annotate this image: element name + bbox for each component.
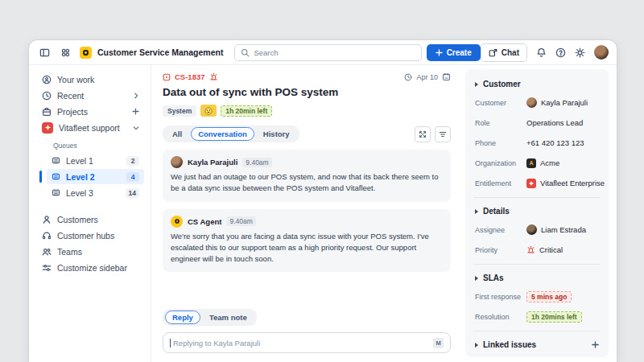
app-title: Customer Service Management — [97, 47, 223, 57]
sidebar-item-label: Teams — [57, 247, 139, 257]
sla-first-response-badge: 5 mins ago — [526, 291, 572, 302]
sidebar-item-customers[interactable]: Customers — [37, 212, 144, 227]
your-work-icon — [42, 75, 52, 84]
chevron-down-icon — [133, 125, 139, 131]
field-organization: Organization A Acme — [475, 157, 599, 169]
plus-icon[interactable] — [132, 108, 139, 115]
chat-button[interactable]: Chat — [481, 43, 527, 62]
sidebar-queue-level-3[interactable]: Level 3 14 — [47, 185, 144, 200]
app-switcher-icon[interactable] — [58, 45, 72, 60]
priority-siren-icon — [209, 72, 218, 81]
field-resolution: Resolution 1h 20mins left — [475, 311, 599, 323]
avatar — [526, 224, 537, 235]
expand-button[interactable] — [415, 126, 431, 142]
queue-count-badge: 4 — [126, 172, 139, 182]
message-customer: Kayla Parajuli 9.40am We just had an out… — [163, 150, 451, 202]
sidebar-item-project-vitafleet[interactable]: Vitafleet support — [37, 120, 144, 135]
field-entitlement: Entitlement Vitafleet Enterprise — [475, 177, 599, 189]
settings-gear-icon[interactable] — [575, 47, 585, 58]
divider — [473, 264, 601, 265]
field-label: Assignee — [475, 226, 526, 234]
sla-countdown-tag[interactable]: 1h 20min left — [221, 105, 272, 117]
system-tag[interactable]: System — [163, 105, 196, 117]
collapse-triangle-icon — [475, 209, 478, 214]
field-label: Entitlement — [475, 179, 526, 187]
sidebar-item-customize-sidebar[interactable]: Customize sidebar — [37, 260, 144, 275]
search-icon — [241, 48, 250, 57]
tab-all[interactable]: All — [165, 127, 189, 141]
left-sidebar: Your work Recent Projects Vitafleet supp… — [29, 65, 151, 362]
sidebar-item-your-work[interactable]: Your work — [37, 72, 144, 87]
ticket-key[interactable]: CS-1837 — [175, 72, 205, 81]
field-value: Acme — [540, 158, 559, 167]
queue-label: Level 3 — [66, 188, 120, 198]
section-details[interactable]: Details — [475, 207, 599, 216]
chevron-right-icon — [133, 93, 139, 99]
sidebar-item-projects[interactable]: Projects — [37, 104, 144, 119]
clock-icon — [42, 91, 52, 101]
filter-button[interactable] — [435, 126, 451, 142]
collapse-triangle-icon — [475, 276, 478, 281]
sidebar-queue-level-1[interactable]: Level 1 2 — [47, 153, 144, 168]
section-title: Customer — [483, 80, 521, 88]
tab-history[interactable]: History — [256, 127, 297, 141]
search-input[interactable]: Search — [234, 44, 421, 61]
queue-count-badge: 2 — [126, 156, 139, 166]
user-avatar[interactable] — [594, 45, 609, 60]
queue-label: Level 1 — [66, 156, 121, 166]
section-customer[interactable]: Customer — [475, 80, 599, 88]
add-linked-issue-button[interactable] — [592, 341, 599, 348]
calendar-edit-icon[interactable] — [442, 72, 451, 81]
field-label: Priority — [475, 246, 526, 254]
emoji-reaction-tag[interactable] — [200, 105, 217, 117]
smiley-emoji-icon — [204, 107, 213, 115]
field-value: Operations Lead — [526, 118, 583, 127]
plus-icon — [436, 49, 443, 56]
sidebar-item-label: Customize sidebar — [57, 263, 139, 273]
message-text: We just had an outage to our POS system,… — [171, 171, 443, 195]
breadcrumb: CS-1837 Apr 10 — [163, 72, 451, 81]
sidebar-item-teams[interactable]: Teams — [37, 244, 144, 259]
field-assignee: Assignee Liam Estrada — [475, 224, 599, 236]
text-caret — [170, 339, 171, 348]
chat-button-label: Chat — [502, 48, 519, 57]
field-phone: Phone +61 420 123 123 — [475, 137, 599, 149]
tab-team-note[interactable]: Team note — [202, 311, 254, 324]
tab-reply[interactable]: Reply — [165, 311, 200, 324]
acme-org-icon: A — [526, 158, 536, 168]
field-first-response: First response 5 mins ago — [475, 290, 599, 302]
sidebar-item-label: Vitafleet support — [59, 123, 127, 133]
vitafleet-entitlement-icon — [526, 179, 536, 188]
create-button[interactable]: Create — [427, 44, 481, 61]
notifications-bell-icon[interactable] — [536, 47, 547, 58]
field-role: Role Operations Lead — [475, 117, 599, 129]
section-linked-issues[interactable]: Linked issues — [475, 340, 599, 349]
sidebar-item-customer-hubs[interactable]: Customer hubs — [37, 228, 144, 243]
markdown-badge[interactable]: M — [433, 338, 444, 348]
section-slas[interactable]: SLAs — [475, 274, 599, 282]
topbar-right-actions: Chat — [481, 43, 609, 62]
projects-icon — [42, 107, 52, 117]
clock-icon — [404, 73, 412, 81]
field-value: +61 420 123 123 — [526, 138, 584, 147]
help-icon[interactable] — [555, 47, 566, 58]
due-date: Apr 10 — [416, 73, 438, 81]
avatar — [526, 97, 537, 108]
field-label: Resolution — [475, 313, 526, 321]
avatar — [171, 156, 183, 168]
priority-value[interactable]: Critical — [526, 245, 563, 254]
tab-conversation[interactable]: Conversation — [191, 127, 254, 141]
search-placeholder: Search — [254, 48, 278, 57]
conversation-tabs-row: All Conversation History — [163, 125, 451, 142]
sidebar-item-recent[interactable]: Recent — [37, 88, 144, 103]
reply-input[interactable]: Replying to Kayla Parajuli M — [163, 332, 451, 353]
csm-app-logo[interactable] — [80, 47, 92, 59]
sidebar-toggle-icon[interactable] — [37, 45, 52, 60]
chat-icon — [489, 48, 497, 57]
assignee-value[interactable]: Liam Estrada — [526, 224, 586, 235]
teams-icon — [42, 247, 52, 257]
top-navigation-bar: Customer Service Management Search Creat… — [29, 40, 617, 65]
sidebar-item-label: Recent — [57, 91, 127, 101]
sidebar-queue-level-2[interactable]: Level 2 4 — [47, 169, 144, 184]
expand-icon — [419, 130, 427, 138]
